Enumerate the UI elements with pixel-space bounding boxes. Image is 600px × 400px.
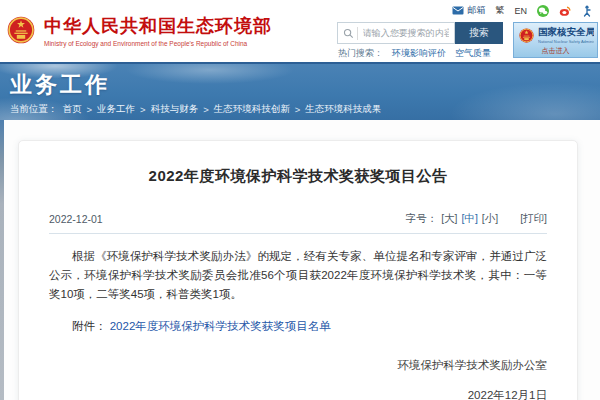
nnsa-badge[interactable]: 国家核安全局 National Nuclear Safety Administr…: [513, 22, 598, 58]
search-button[interactable]: 搜索: [455, 22, 503, 44]
breadcrumb-separator: >: [140, 104, 146, 115]
search-input[interactable]: [358, 23, 454, 43]
hot-search-link-air[interactable]: 空气质量: [455, 47, 491, 60]
article-body: 根据《环境保护科学技术奖励办法》的规定，经有关专家、单位提名和专家评审，并通过广…: [49, 247, 547, 304]
nnsa-subtitle: National Nuclear Safety Administration: [538, 39, 583, 44]
breadcrumb-item-home[interactable]: 首页: [63, 103, 82, 116]
hot-search-link-eia[interactable]: 环境影响评价: [392, 47, 446, 60]
print-button[interactable]: [打印]: [520, 212, 547, 226]
font-size-medium-button[interactable]: [中]: [461, 212, 477, 226]
attachment-label: 附件：: [72, 320, 107, 332]
nnsa-emblem-icon: [519, 28, 534, 43]
national-emblem-icon: [7, 16, 35, 44]
breadcrumb-separator: >: [203, 104, 209, 115]
article-title: 2022年度环境保护科学技术奖获奖项目公告: [49, 167, 547, 186]
nnsa-title: 国家核安全局: [538, 26, 594, 39]
accessibility-icon[interactable]: [581, 5, 593, 17]
page-edge-strip: [0, 120, 4, 400]
breadcrumb-item-achievements[interactable]: 生态环境科技成果: [305, 103, 381, 116]
font-size-controls: 字号： [大] [中] [小] [打印]: [406, 212, 547, 226]
nnsa-badge-top: 国家核安全局 National Nuclear Safety Administr…: [514, 23, 597, 45]
main-area: 2022年度环境保护科学技术奖获奖项目公告 2022-12-01 字号： [大]…: [0, 120, 600, 400]
wechat-icon[interactable]: [537, 5, 549, 17]
mailbox-label: 邮箱: [467, 4, 485, 17]
section-title: 业务工作: [10, 70, 110, 100]
breadcrumb-item-business[interactable]: 业务工作: [97, 103, 135, 116]
site-subtitle: Ministry of Ecology and Environment of t…: [44, 40, 272, 47]
mailbox-link[interactable]: 邮箱: [452, 4, 485, 17]
search-box: [337, 22, 455, 44]
breadcrumb-label: 当前位置：: [10, 103, 58, 116]
signer-name: 环境保护科学技术奖励办公室: [49, 358, 547, 373]
utility-bar: 邮箱 繁 EN: [452, 4, 593, 17]
header-logo[interactable]: 中华人民共和国生态环境部 Ministry of Ecology and Env…: [7, 16, 272, 47]
meta-divider: [49, 233, 547, 234]
site-header: 中华人民共和国生态环境部 Ministry of Ecology and Env…: [0, 0, 600, 62]
nnsa-text: 国家核安全局 National Nuclear Safety Administr…: [538, 26, 594, 45]
article-card: 2022年度环境保护科学技术奖获奖项目公告 2022-12-01 字号： [大]…: [18, 140, 578, 400]
attachment-link[interactable]: 2022年度环境保护科学技术奖获奖项目名单: [110, 320, 331, 332]
sign-date: 2022年12月1日: [49, 388, 547, 400]
breadcrumb-item-innovation[interactable]: 生态环境科技创新: [214, 103, 290, 116]
weibo-icon[interactable]: [559, 5, 571, 17]
article-date: 2022-12-01: [49, 213, 103, 225]
font-size-label: 字号：: [406, 212, 438, 226]
breadcrumb-separator: >: [87, 104, 93, 115]
breadcrumb-item-tech-finance[interactable]: 科技与财务: [151, 103, 199, 116]
breadcrumb: 当前位置： 首页 > 业务工作 > 科技与财务 > 生态环境科技创新 > 生态环…: [10, 103, 381, 116]
nnsa-enter-label: 点击进入: [514, 46, 597, 56]
section-banner: 业务工作 当前位置： 首页 > 业务工作 > 科技与财务 > 生态环境科技创新 …: [0, 62, 600, 120]
logo-text: 中华人民共和国生态环境部 Ministry of Ecology and Env…: [44, 16, 272, 47]
hot-search: 热门搜索： 环境影响评价 空气质量: [338, 47, 491, 60]
hot-search-label: 热门搜索：: [338, 47, 383, 60]
breadcrumb-separator: >: [295, 104, 301, 115]
mail-icon: [452, 6, 464, 15]
traditional-chinese-link[interactable]: 繁: [495, 4, 504, 17]
search-area: 搜索: [337, 22, 503, 44]
english-link[interactable]: EN: [514, 6, 527, 16]
attachment-row: 附件： 2022年度环境保护科学技术奖获奖项目名单: [49, 319, 547, 334]
article-meta: 2022-12-01 字号： [大] [中] [小] [打印]: [49, 212, 547, 226]
font-size-small-button[interactable]: [小]: [482, 212, 498, 226]
site-title: 中华人民共和国生态环境部: [44, 16, 272, 37]
font-size-large-button[interactable]: [大]: [441, 212, 457, 226]
search-icon: [343, 28, 354, 39]
